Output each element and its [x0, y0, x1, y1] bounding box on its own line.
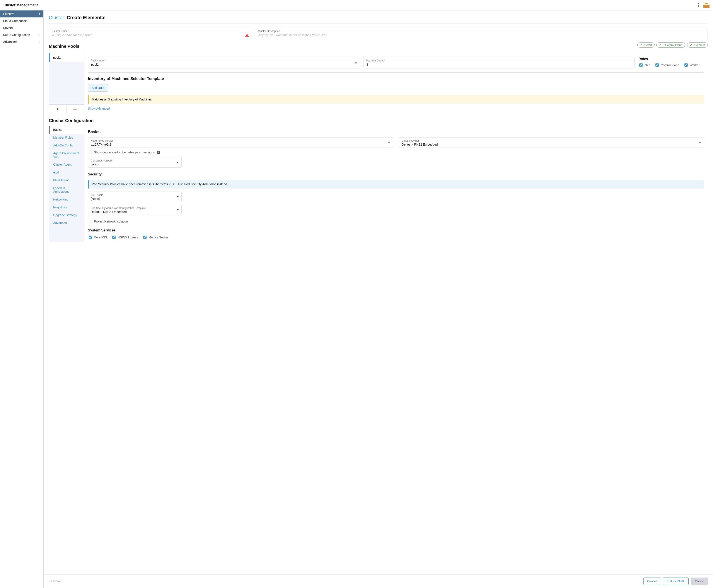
psa-template-select[interactable]: Pod Security Admission Configuration Tem…	[88, 205, 182, 215]
pool-name-field[interactable]: Pool Name * ⇄	[88, 57, 359, 68]
app-title: Cluster Management	[3, 3, 38, 7]
inventory-match-banner: Matches all 3 existing Inventory of Mach…	[88, 95, 704, 104]
select-value: Default - RKE2 Embedded	[402, 143, 438, 146]
select-value: v1.27.7+rke2r2	[91, 143, 111, 146]
sidebar-item-label: Clusters	[3, 12, 14, 16]
sidebar-item-advanced[interactable]: Advanced ›	[0, 38, 43, 45]
sidebar-item-label: Cloud Credentials	[3, 19, 27, 23]
chevron-down-icon	[699, 142, 701, 143]
select-value: (None)	[91, 197, 100, 201]
add-pool-button[interactable]: +	[49, 105, 66, 113]
content: Cluster: Create Elemental Cluster Name *…	[44, 10, 713, 574]
divider	[49, 23, 708, 24]
field-label: Pool Name *	[91, 59, 356, 62]
config-tab-etcd[interactable]: etcd	[49, 168, 84, 176]
container-network-select[interactable]: Container Network calico	[88, 157, 182, 168]
config-tab-upgrade-strategy[interactable]: Upgrade Strategy	[49, 211, 84, 219]
chevron-down-icon	[177, 196, 179, 197]
cluster-name-input[interactable]	[52, 33, 248, 37]
topbar: Cluster Management	[0, 0, 713, 10]
machine-pools-title: Machine Pools	[49, 44, 79, 49]
sidebar: Clusters 1 Cloud Credentials Drivers RKE…	[0, 10, 44, 588]
role-control-plane-checkbox[interactable]: Control Plane	[655, 63, 679, 67]
config-tabs: Basics Member Roles Add-On Config Agent …	[49, 126, 84, 242]
show-advanced-link[interactable]: Show Advanced	[88, 107, 110, 110]
create-button[interactable]: Create	[691, 578, 708, 585]
nginx-ingress-checkbox[interactable]: NGINX Ingress	[111, 235, 138, 239]
security-banner: Pod Security Policies have been removed …	[88, 180, 704, 189]
config-tab-registries[interactable]: Registries	[49, 203, 84, 211]
config-tab-agent-env-vars[interactable]: Agent Environment Vars	[49, 149, 84, 161]
cluster-description-field[interactable]: Cluster Description	[255, 28, 708, 39]
sidebar-item-label: Advanced	[3, 40, 17, 44]
footer-actions: Cancel Edit as YAML Create	[644, 578, 708, 585]
k8s-version-select[interactable]: Kubernetes Version v1.27.7+rke2r2	[88, 137, 393, 148]
role-etcd-checkbox[interactable]: etcd	[638, 63, 650, 67]
cluster-configuration-title: Cluster Configuration	[49, 118, 708, 123]
cluster-name-field[interactable]: Cluster Name *	[49, 28, 251, 39]
sidebar-item-count: 1	[39, 13, 40, 16]
app-body: Clusters 1 Cloud Credentials Drivers RKE…	[0, 10, 713, 588]
basics-row1: Kubernetes Version v1.27.7+rke2r2 Cloud …	[88, 137, 704, 148]
chevron-right-icon: ›	[39, 40, 40, 44]
sidebar-item-rke1-configuration[interactable]: RKE1 Configuration ›	[0, 31, 43, 38]
pool-actions: + —	[49, 104, 84, 113]
project-network-isolation-checkbox[interactable]: Project Network Isolation	[88, 219, 128, 224]
cis-profile-select[interactable]: CIS Profile (None)	[88, 192, 182, 202]
pool-tab-pool1[interactable]: pool1	[49, 53, 84, 62]
page-title-text: Create Elemental	[67, 15, 106, 20]
kebab-menu-icon[interactable]	[698, 3, 699, 7]
pill-control-plane: ✓3 Control Plane	[656, 42, 685, 47]
sidebar-item-drivers[interactable]: Drivers	[0, 24, 43, 31]
config-tab-advanced[interactable]: Advanced	[49, 219, 84, 227]
main: Cluster: Create Elemental Cluster Name *…	[44, 10, 713, 588]
field-label: Kubernetes Version	[91, 139, 386, 142]
metrics-server-checkbox[interactable]: Metrics Server	[142, 235, 168, 239]
cluster-id-row: Cluster Name * Cluster Description	[49, 28, 708, 39]
pool-name-input[interactable]	[91, 63, 356, 66]
rancher-logo-icon[interactable]	[704, 2, 710, 8]
field-label: CIS Profile	[91, 193, 175, 196]
check-icon: ✓	[640, 43, 643, 47]
role-summary-pills: ✓3 etcd ✓3 Control Plane ✓3 Worker	[637, 42, 708, 47]
sidebar-item-clusters[interactable]: Clusters 1	[0, 10, 43, 17]
edit-as-yaml-button[interactable]: Edit as YAML	[663, 578, 689, 585]
show-deprecated-checkbox[interactable]: Show deprecated Kubernetes patch version…	[88, 150, 160, 154]
machine-count-field[interactable]: Machine Count *	[363, 57, 635, 68]
machine-pools-card: pool1 + — Pool Name *	[49, 53, 708, 113]
randomize-icon[interactable]: ⇄	[355, 61, 357, 64]
machine-count-input[interactable]	[366, 63, 632, 66]
sidebar-item-cloud-credentials[interactable]: Cloud Credentials	[0, 17, 43, 24]
cancel-button[interactable]: Cancel	[644, 578, 660, 585]
config-tab-networking[interactable]: Networking	[49, 195, 84, 203]
cluster-description-input[interactable]	[258, 33, 705, 37]
page-title: Cluster: Create Elemental	[49, 15, 708, 20]
sidebar-item-label: Drivers	[3, 26, 13, 30]
cloud-provider-select[interactable]: Cloud Provider Default - RKE2 Embedded	[399, 137, 704, 148]
info-icon[interactable]: i	[157, 151, 160, 154]
config-tab-addon-config[interactable]: Add-On Config	[49, 142, 84, 149]
config-tab-fleet-agent[interactable]: Fleet Agent	[49, 176, 84, 184]
config-tab-basics[interactable]: Basics	[49, 126, 84, 133]
system-services-row: CoreDNS NGINX Ingress Metrics Server	[88, 235, 704, 239]
breadcrumb[interactable]: Cluster:	[49, 15, 65, 20]
remove-pool-button[interactable]: —	[66, 105, 84, 113]
chevron-down-icon	[177, 209, 179, 211]
coredns-checkbox[interactable]: CoreDNS	[88, 235, 107, 239]
roles-title: Roles	[638, 57, 704, 61]
field-label: Container Network	[91, 159, 175, 162]
config-tab-member-roles[interactable]: Member Roles	[49, 133, 84, 142]
role-worker-checkbox[interactable]: Worker	[684, 63, 699, 67]
pill-worker: ✓3 Worker	[687, 42, 708, 47]
field-label: Cluster Description	[258, 30, 705, 33]
pill-etcd: ✓3 etcd	[637, 42, 654, 47]
warning-icon	[245, 30, 249, 34]
pool-top-row: Pool Name * ⇄ Machine Count *	[88, 57, 704, 68]
field-label: Machine Count *	[366, 59, 632, 62]
select-value: Default - RKE2 Embedded	[91, 210, 127, 214]
system-services-title: System Services	[88, 228, 704, 232]
config-tab-labels-annotations[interactable]: Labels & Annotations	[49, 184, 84, 195]
add-rule-button[interactable]: Add Rule	[88, 84, 108, 91]
chevron-down-icon	[388, 142, 390, 143]
config-tab-cluster-agent[interactable]: Cluster Agent	[49, 161, 84, 168]
